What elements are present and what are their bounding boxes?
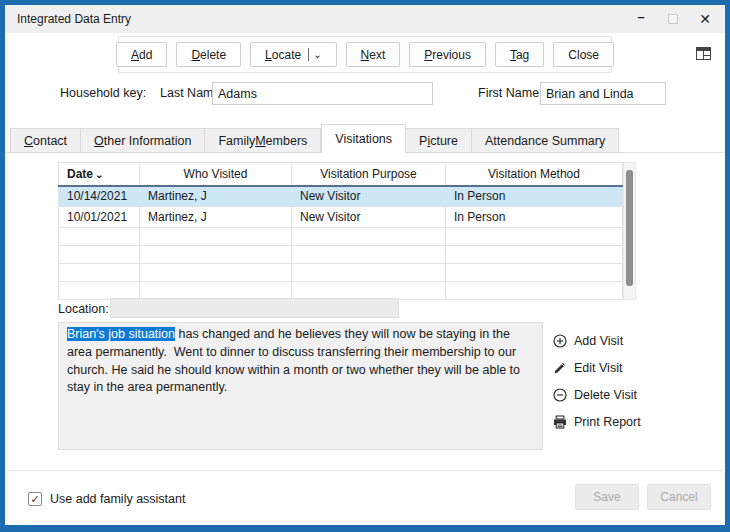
table-cell[interactable]: New Visitor [292, 207, 446, 228]
print-report-label: Print Report [574, 415, 641, 429]
edit-visit-label: Edit Visit [574, 361, 622, 375]
table-cell[interactable]: Martinez, J [140, 186, 292, 207]
delete-button-label: Delete [191, 48, 226, 62]
locate-split-divider [308, 48, 309, 61]
circle-minus-icon [553, 388, 567, 402]
previous-button[interactable]: Previous [409, 42, 486, 67]
tab-other-information[interactable]: Other Information [81, 128, 205, 153]
table-row-selected[interactable]: 10/14/2021 Martinez, J New Visitor In Pe… [59, 186, 623, 207]
locate-button[interactable]: Locate ⌄ [250, 42, 336, 67]
circle-plus-icon [553, 334, 567, 348]
close-button[interactable]: ✕ [689, 5, 721, 33]
visit-actions: Add Visit Edit Visit Delete Visit [553, 327, 641, 435]
visits-table: Date⌄ Who Visited Visitation Purpose Vis… [58, 162, 623, 300]
add-button-label: Add [131, 48, 152, 62]
table-cell[interactable]: 10/01/2021 [59, 207, 140, 228]
maximize-button [657, 5, 689, 33]
save-button[interactable]: Save [575, 484, 639, 510]
tab-family-members[interactable]: Family Members [205, 128, 321, 153]
tab-visitations[interactable]: Visitations [321, 124, 406, 153]
toolbar: Add Delete Locate ⌄ Next Previous Tag Cl… [118, 36, 612, 73]
check-icon: ✓ [30, 494, 39, 505]
cancel-button[interactable]: Cancel [647, 484, 711, 510]
table-row[interactable]: 10/01/2021 Martinez, J New Visitor In Pe… [59, 207, 623, 228]
footer-divider [8, 470, 722, 471]
sort-indicator-icon: ⌄ [95, 169, 103, 180]
pencil-icon [553, 361, 567, 375]
delete-visit-label: Delete Visit [574, 388, 637, 402]
minimize-button[interactable]: – [625, 5, 657, 33]
visit-notes-textarea[interactable]: Brian's job situation has changed and he… [58, 322, 543, 450]
print-report-button[interactable]: Print Report [553, 408, 641, 435]
tab-contact[interactable]: Contact [10, 128, 81, 153]
table-cell[interactable]: Martinez, J [140, 207, 292, 228]
next-button[interactable]: Next [346, 42, 401, 67]
delete-visit-button[interactable]: Delete Visit [553, 381, 641, 408]
add-visit-label: Add Visit [574, 334, 623, 348]
use-add-family-assistant-checkbox[interactable]: ✓ [28, 492, 42, 506]
chevron-down-icon[interactable]: ⌄ [313, 50, 321, 60]
delete-button[interactable]: Delete [176, 42, 241, 67]
grid-view-icon[interactable] [696, 47, 711, 60]
household-key-row: Household key: Last Name: First Name: [5, 82, 725, 106]
table-row-empty [59, 282, 623, 300]
table-scrollbar[interactable] [623, 162, 636, 300]
add-visit-button[interactable]: Add Visit [553, 327, 641, 354]
table-cell[interactable]: 10/14/2021 [59, 186, 140, 207]
edit-visit-button[interactable]: Edit Visit [553, 354, 641, 381]
table-cell[interactable]: In Person [446, 186, 623, 207]
date-header-label: Date [67, 167, 93, 181]
table-cell[interactable]: New Visitor [292, 186, 446, 207]
first-name-label: First Name: [478, 86, 543, 100]
tag-button[interactable]: Tag [495, 42, 544, 67]
table-header-row: Date⌄ Who Visited Visitation Purpose Vis… [59, 163, 623, 186]
column-header-date[interactable]: Date⌄ [59, 163, 140, 186]
close-form-button[interactable]: Close [553, 42, 614, 67]
tab-picture[interactable]: Picture [406, 128, 472, 153]
location-field [110, 298, 399, 318]
next-button-label: Next [361, 48, 386, 62]
integrated-data-entry-window: Integrated Data Entry – ✕ Add Delete Loc… [0, 0, 730, 532]
window-title: Integrated Data Entry [5, 12, 131, 26]
column-header-visitation-purpose[interactable]: Visitation Purpose [292, 163, 446, 186]
locate-button-label: Locate [265, 48, 301, 62]
first-name-field[interactable] [540, 82, 666, 105]
printer-icon [553, 415, 567, 429]
column-header-who-visited[interactable]: Who Visited [140, 163, 292, 186]
column-header-visitation-method[interactable]: Visitation Method [446, 163, 623, 186]
use-add-family-assistant-label: Use add family assistant [50, 492, 185, 506]
table-row-empty [59, 264, 623, 282]
previous-button-label: Previous [424, 48, 471, 62]
window-controls: – ✕ [625, 5, 721, 33]
last-name-field[interactable] [212, 82, 433, 105]
table-row-empty [59, 228, 623, 246]
table-cell[interactable]: In Person [446, 207, 623, 228]
table-row-empty [59, 246, 623, 264]
maximize-icon [668, 14, 678, 24]
tab-attendance-summary[interactable]: Attendance Summary [472, 128, 619, 153]
tag-button-label: Tag [510, 48, 529, 62]
selected-text: Brian's job situation [67, 327, 175, 341]
location-label: Location: [58, 302, 109, 316]
titlebar: Integrated Data Entry – ✕ [5, 5, 725, 33]
add-button[interactable]: Add [116, 42, 167, 67]
scrollbar-thumb[interactable] [626, 170, 633, 286]
household-key-label: Household key: [60, 86, 146, 100]
close-form-button-label: Close [568, 48, 599, 62]
tab-bar: Contact Other Information Family Members… [5, 124, 725, 153]
